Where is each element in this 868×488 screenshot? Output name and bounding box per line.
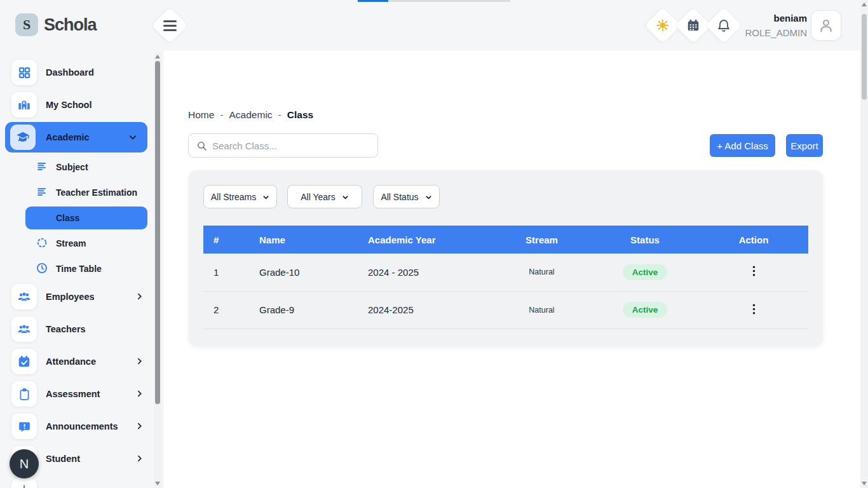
add-class-button[interactable]: + Add Class	[710, 134, 775, 157]
sun-icon: ☀	[656, 18, 670, 34]
sidebar-item-subject[interactable]: Subject	[0, 158, 153, 176]
spinner-dots-icon	[36, 236, 48, 249]
people-icon	[17, 322, 32, 337]
alert-message-icon	[18, 420, 31, 433]
chevron-down-icon	[342, 194, 349, 201]
page-load-progress-track	[358, 0, 510, 2]
status-filter-select[interactable]: All Status	[373, 185, 440, 208]
chevron-right-icon	[135, 292, 144, 301]
lines-icon	[36, 160, 48, 173]
cell-num: 2	[203, 291, 247, 329]
streams-filter-select[interactable]: All Streams	[203, 185, 277, 208]
sidebar-item-academic[interactable]: Academic	[5, 122, 147, 152]
sidebar-toggle-button[interactable]	[152, 8, 188, 44]
sidebar-item-attendance[interactable]: Attendance	[0, 349, 153, 374]
chevron-down-icon	[128, 133, 137, 142]
grid-icon	[18, 66, 31, 79]
sidebar-item-teacher-estimation[interactable]: Teacher Estimation	[0, 184, 153, 201]
sidebar-item-my-school[interactable]: My School	[0, 92, 153, 118]
chevron-right-icon	[135, 454, 144, 463]
main-scrollbar-thumb[interactable]	[862, 14, 867, 100]
chevron-down-icon	[425, 194, 432, 201]
clipboard-icon	[18, 388, 31, 401]
scroll-up-arrow-icon[interactable]	[862, 3, 867, 6]
sidebar-item-label: Announcements	[46, 414, 118, 439]
years-filter-select[interactable]: All Years	[287, 185, 362, 208]
person-plus-icon	[18, 483, 31, 488]
sidebar-item-label: Attendance	[46, 349, 96, 374]
cell-year: 2024-2025	[355, 291, 492, 329]
col-header-name: Name	[247, 226, 355, 254]
sidebar-scrollbar[interactable]	[154, 52, 161, 488]
row-actions-button[interactable]	[747, 263, 761, 281]
sidebar-item-label: Class	[56, 207, 79, 229]
person-icon	[817, 17, 835, 34]
breadcrumb-separator: -	[220, 109, 223, 121]
breadcrumb-home[interactable]: Home	[188, 109, 214, 121]
sidebar-item-label: Teachers	[46, 316, 86, 342]
cell-status: Active	[591, 254, 699, 291]
sidebar-item-label: Assessment	[46, 381, 100, 407]
theme-toggle-button[interactable]: ☀	[645, 8, 681, 44]
cell-stream: Natural	[492, 254, 591, 291]
status-badge: Active	[623, 264, 668, 280]
notifications-button[interactable]	[706, 8, 742, 44]
breadcrumb-academic[interactable]: Academic	[229, 109, 273, 121]
sidebar-item-dashboard[interactable]: Dashboard	[0, 60, 153, 85]
profile-menu-button[interactable]	[811, 10, 841, 41]
scroll-up-arrow-icon[interactable]	[155, 55, 160, 58]
main-scrollbar[interactable]	[860, 0, 868, 488]
sidebar-item-label: Academic	[46, 122, 90, 152]
cell-stream: Natural	[492, 291, 591, 329]
calendar-icon	[686, 18, 700, 32]
sidebar-item-partial[interactable]	[0, 478, 153, 488]
sidebar-item-employees[interactable]: Employees	[0, 284, 153, 309]
app-logo[interactable]: S Schola	[15, 13, 97, 36]
search-input[interactable]	[212, 140, 370, 151]
sidebar-item-announcements[interactable]: Announcements	[0, 414, 153, 439]
graduation-cap-icon	[16, 130, 30, 144]
sidebar-item-teachers[interactable]: Teachers	[0, 316, 153, 342]
scroll-down-arrow-icon[interactable]	[155, 482, 160, 485]
cell-year: 2024 - 2025	[355, 254, 492, 291]
sidebar-item-time-table[interactable]: Time Table	[0, 260, 153, 278]
user-role: ROLE_ADMIN	[745, 25, 807, 40]
lines-icon	[36, 186, 48, 198]
top-header: S Schola ☀	[0, 0, 868, 51]
filter-value: All Streams	[211, 192, 257, 202]
chevron-down-icon	[262, 194, 269, 201]
breadcrumb-current-class: Class	[287, 109, 313, 121]
hamburger-icon	[163, 20, 177, 31]
sidebar-item-label: Teacher Estimation	[56, 184, 137, 201]
sidebar-scrollbar-thumb[interactable]	[155, 61, 160, 404]
sidebar-item-class[interactable]: Class	[25, 207, 147, 229]
sidebar-nav: Dashboard My School Academic Subject Tea…	[0, 51, 164, 488]
sidebar-item-label: Stream	[56, 234, 86, 252]
scroll-down-arrow-icon[interactable]	[862, 482, 867, 485]
cell-status: Active	[591, 291, 699, 329]
row-actions-button[interactable]	[747, 301, 761, 319]
class-search	[188, 133, 378, 158]
calendar-check-icon	[17, 355, 31, 369]
cell-name: Grade-9	[247, 291, 355, 329]
sidebar-item-label: Time Table	[56, 260, 102, 278]
sidebar-item-stream[interactable]: Stream	[0, 234, 153, 252]
clock-icon	[36, 262, 48, 274]
logo-icon: S	[15, 13, 38, 36]
sidebar-item-assessment[interactable]: Assessment	[0, 381, 153, 407]
col-header-year: Academic Year	[355, 226, 492, 254]
page-load-progress-bar	[358, 0, 388, 2]
calendar-button[interactable]	[675, 8, 712, 44]
people-icon	[17, 289, 32, 304]
export-button[interactable]: Export	[786, 134, 823, 157]
col-header-status: Status	[591, 226, 699, 254]
sidebar-item-label: Student	[46, 446, 80, 471]
school-icon	[17, 98, 31, 112]
bell-icon	[716, 18, 731, 33]
table-row: 2 Grade-9 2024-2025 Natural Active	[203, 291, 808, 329]
search-icon	[196, 140, 207, 151]
chevron-right-icon	[135, 357, 144, 365]
floating-n-badge[interactable]: N	[10, 449, 39, 478]
main-content: Home - Academic - Class + Add Class Expo…	[164, 51, 860, 488]
status-badge: Active	[623, 302, 668, 318]
